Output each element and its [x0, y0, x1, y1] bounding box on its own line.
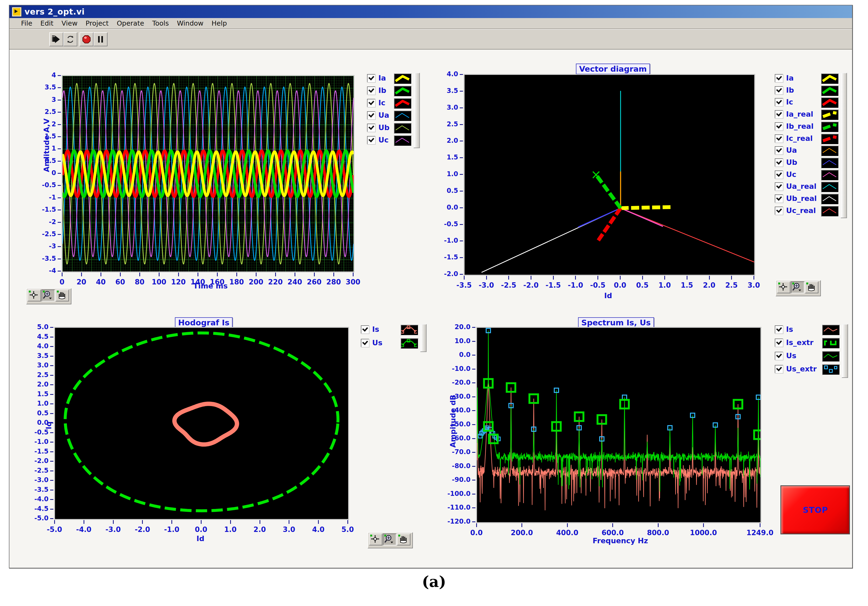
spectrum-legend-item-Us_extr[interactable]: Us_extr	[775, 363, 848, 376]
waveform-legend-checkbox-Ub[interactable]	[367, 124, 375, 132]
vector-legend-plot-sample[interactable]	[821, 74, 839, 84]
spectrum-legend-checkbox-Us_extr[interactable]	[775, 365, 783, 373]
vector-legend-item-Ic[interactable]: Ic	[775, 97, 847, 108]
vector-legend-plot-sample[interactable]	[821, 182, 839, 193]
palette-vector-hand-button[interactable]	[805, 281, 818, 293]
menu-item-view[interactable]: View	[57, 19, 81, 27]
spectrum-legend-plot-sample[interactable]	[822, 365, 840, 375]
spectrum-legend-checkbox-Us[interactable]	[775, 352, 783, 360]
waveform-legend-item-Ua[interactable]: Ua	[367, 110, 429, 122]
spectrum-legend-checkbox-Is[interactable]	[775, 325, 783, 334]
palette-waveform-hand-button[interactable]	[56, 289, 69, 301]
vector-legend-item-Ub_real[interactable]: Ub_real	[775, 193, 847, 205]
vector-legend-checkbox-Ia[interactable]	[775, 74, 783, 82]
hodograf-legend-checkbox-Is[interactable]	[361, 325, 369, 334]
pause-button[interactable]	[93, 32, 107, 46]
waveform-legend-checkbox-Ic[interactable]	[367, 99, 375, 107]
palette-waveform-zoom-button[interactable]	[42, 289, 55, 301]
spectrum-legend-item-Us[interactable]: Us	[775, 350, 848, 362]
vector-legend-checkbox-Ua_real[interactable]	[775, 182, 783, 191]
menu-item-help[interactable]: Help	[208, 19, 231, 27]
palette-vector-zoom-button[interactable]	[791, 281, 804, 293]
waveform-legend-item-Ic[interactable]: Ic	[367, 97, 429, 109]
vector-legend-item-Ia[interactable]: Ia	[775, 73, 847, 85]
hodograf-legend-scrollbar[interactable]	[420, 324, 426, 352]
vector-legend-item-Ib_real[interactable]: Ib_real	[775, 121, 847, 133]
spectrum-legend-item-Is[interactable]: Is	[775, 324, 848, 336]
waveform-legend-checkbox-Ib[interactable]	[367, 87, 375, 95]
palette-hodograf-hand-button[interactable]	[397, 533, 411, 546]
waveform-legend-item-Ia[interactable]: Ia	[367, 73, 429, 85]
waveform-chart-plot[interactable]	[62, 76, 354, 272]
vector-legend-checkbox-Ic[interactable]	[775, 98, 783, 107]
vector-legend-checkbox-Ub[interactable]	[775, 158, 783, 167]
vector-legend-item-Ib[interactable]: Ib	[775, 85, 847, 97]
vector-legend-item-Uc_real[interactable]: Uc_real	[775, 205, 847, 217]
vector-legend-checkbox-Ic_real[interactable]	[775, 134, 783, 143]
waveform-legend-scrollbar[interactable]	[413, 73, 420, 148]
waveform-legend-plot-sample[interactable]	[394, 111, 412, 122]
vector-legend-checkbox-Uc_real[interactable]	[775, 207, 783, 215]
vector-legend-plot-sample[interactable]	[821, 206, 839, 217]
palette-hodograf-crosshair-button[interactable]	[369, 533, 382, 546]
waveform-legend-plot-sample[interactable]	[394, 136, 412, 146]
run-button[interactable]	[49, 32, 64, 46]
vector-legend-item-Ia_real[interactable]: Ia_real	[775, 109, 847, 121]
vector-legend-plot-sample[interactable]	[821, 134, 839, 145]
palette-waveform-crosshair-button[interactable]	[28, 289, 41, 301]
vector-legend-item-Ub[interactable]: Ub	[775, 157, 847, 169]
vector-legend-item-Ua[interactable]: Ua	[775, 145, 847, 157]
vector-diagram-plot[interactable]	[464, 74, 755, 275]
title-bar[interactable]: vers 2_opt.vi	[9, 5, 852, 18]
menu-item-file[interactable]: File	[17, 19, 36, 27]
vector-legend-checkbox-Ib[interactable]	[775, 86, 783, 94]
spectrum-legend-plot-sample[interactable]	[822, 338, 840, 349]
vector-legend-checkbox-Ib_real[interactable]	[775, 122, 783, 131]
spectrum-plot[interactable]	[476, 327, 761, 523]
waveform-legend-plot-sample[interactable]	[394, 123, 412, 134]
waveform-legend-plot-sample[interactable]	[394, 74, 412, 84]
waveform-legend-plot-sample[interactable]	[394, 86, 412, 97]
vector-legend-plot-sample[interactable]	[821, 146, 839, 156]
vector-legend-plot-sample[interactable]	[821, 110, 839, 121]
hodograf-legend-item-Is[interactable]: Is	[361, 324, 426, 336]
vector-legend-plot-sample[interactable]	[821, 86, 839, 96]
vector-legend-item-Uc[interactable]: Uc	[775, 169, 847, 181]
vector-legend-checkbox-Ia_real[interactable]	[775, 110, 783, 119]
spectrum-legend-item-Is_extr[interactable]: Is_extr	[775, 337, 848, 349]
waveform-legend-item-Uc[interactable]: Uc	[367, 134, 429, 147]
hodograf-plot[interactable]	[54, 327, 349, 519]
menu-item-window[interactable]: Window	[173, 19, 208, 27]
vector-legend-item-Ua_real[interactable]: Ua_real	[775, 181, 847, 193]
waveform-legend-item-Ub[interactable]: Ub	[367, 122, 429, 134]
vector-legend-plot-sample[interactable]	[821, 158, 839, 169]
abort-button[interactable]	[79, 32, 93, 46]
vector-legend-plot-sample[interactable]	[821, 194, 839, 205]
waveform-legend-checkbox-Ia[interactable]	[367, 74, 375, 82]
spectrum-legend-checkbox-Is_extr[interactable]	[775, 339, 783, 347]
vector-legend-item-Ic_real[interactable]: Ic_real	[775, 133, 847, 145]
vector-legend-scrollbar[interactable]	[840, 73, 847, 218]
vector-legend-plot-sample[interactable]	[821, 122, 839, 133]
menu-item-edit[interactable]: Edit	[36, 19, 57, 27]
palette-hodograf-zoom-button[interactable]	[383, 533, 397, 546]
menu-item-project[interactable]: Project	[82, 19, 113, 27]
waveform-legend-item-Ib[interactable]: Ib	[367, 85, 429, 97]
hodograf-legend-item-Us[interactable]: Us	[361, 337, 426, 349]
waveform-legend-checkbox-Ua[interactable]	[367, 111, 375, 120]
vector-legend-checkbox-Ub_real[interactable]	[775, 195, 783, 203]
vector-legend-plot-sample[interactable]	[821, 170, 839, 181]
vector-legend-plot-sample[interactable]	[821, 97, 839, 108]
menu-item-tools[interactable]: Tools	[148, 19, 173, 27]
hodograf-legend-plot-sample[interactable]	[401, 338, 418, 349]
palette-vector-crosshair-button[interactable]	[777, 281, 790, 293]
run-continuous-button[interactable]	[64, 32, 78, 46]
waveform-legend-checkbox-Uc[interactable]	[367, 136, 375, 144]
menu-item-operate[interactable]: Operate	[113, 19, 148, 27]
vector-legend-checkbox-Ua[interactable]	[775, 146, 783, 155]
hodograf-legend-checkbox-Us[interactable]	[361, 339, 369, 347]
waveform-legend-plot-sample[interactable]	[394, 98, 412, 109]
spectrum-legend-plot-sample[interactable]	[822, 351, 840, 362]
vector-legend-checkbox-Uc[interactable]	[775, 170, 783, 179]
stop-button[interactable]: STOP	[780, 485, 850, 534]
